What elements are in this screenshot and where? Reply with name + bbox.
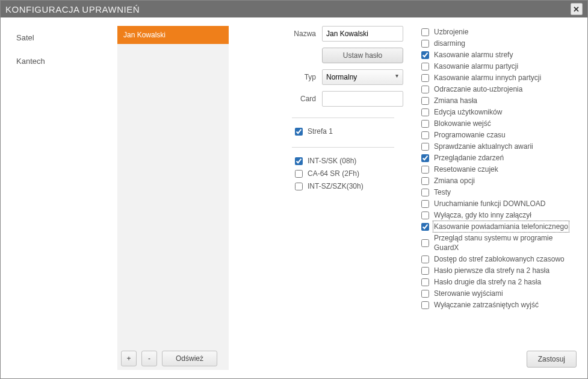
permission-checkbox[interactable] [421, 97, 429, 105]
permission-checkbox[interactable] [421, 28, 429, 36]
permission-row: Kasowanie alarmu strefy [421, 50, 579, 60]
permission-checkbox[interactable] [421, 131, 429, 139]
permission-checkbox[interactable] [421, 278, 429, 286]
permission-label: Zmiana opcji [434, 176, 475, 186]
permission-row: Sprawdzanie aktualnych awarii [421, 142, 579, 151]
permission-label: Wyłącza, gdy kto inny załączył [434, 210, 531, 220]
permission-row: Uzbrojenie [421, 27, 579, 37]
name-input[interactable] [322, 26, 403, 42]
permission-label: disarming [434, 39, 465, 48]
name-label: Nazwa [294, 30, 316, 38]
permission-row: Dostęp do stref zablokowanych czasowo [421, 254, 579, 264]
permission-row: Uruchamianie funkcji DOWNLOAD [421, 199, 579, 208]
refresh-button[interactable]: Odśwież [162, 351, 217, 366]
permission-row: Programowanie czasu [421, 130, 579, 140]
permission-label: Przegląd stanu systemu w programie Guard… [434, 233, 579, 252]
permission-row: Zmiana opcji [421, 176, 579, 186]
permission-label: Odraczanie auto-uzbrojenia [434, 84, 522, 94]
device-checkbox[interactable] [295, 170, 303, 178]
permission-checkbox[interactable] [421, 74, 429, 82]
device-row: INT-SZ/SZK(30h) [295, 181, 403, 191]
permission-row: Odraczanie auto-uzbrojenia [421, 84, 579, 94]
device-checkbox[interactable] [295, 183, 303, 190]
permission-checkbox[interactable] [421, 189, 429, 196]
permission-checkbox[interactable] [421, 143, 429, 151]
provider-item[interactable]: Satel [9, 26, 117, 49]
permission-checkbox[interactable] [421, 166, 429, 174]
permission-checkbox[interactable] [421, 239, 429, 247]
permission-checkbox[interactable] [421, 267, 429, 275]
zone-checkbox[interactable] [295, 128, 303, 136]
permission-checkbox[interactable] [421, 255, 429, 263]
permission-row: Przegląd stanu systemu w programie Guard… [421, 233, 579, 252]
permission-row: Zmiana hasła [421, 96, 579, 105]
permissions-config-window: KONFIGURACJA UPRAWNIEŃ ✕ SatelKantech Ja… [0, 0, 588, 379]
permissions-list: UzbrojeniedisarmingKasowanie alarmu stre… [421, 26, 579, 348]
permission-row: Sterowanie wyjściami [421, 289, 579, 298]
apply-button[interactable]: Zastosuj [527, 351, 577, 368]
permission-label: Sprawdzanie aktualnych awarii [434, 142, 533, 151]
zone-label: Strefa 1 [308, 127, 333, 136]
permission-checkbox[interactable] [421, 120, 429, 128]
permission-label: Wyłączanie zatrzaśniętych wyjść [434, 300, 539, 310]
device-label: CA-64 SR (2Fh) [308, 169, 359, 178]
permission-row: Wyłącza, gdy kto inny załączył [421, 210, 579, 220]
permission-row: Wyłączanie zatrzaśniętych wyjść [421, 300, 579, 310]
permission-checkbox[interactable] [421, 211, 429, 219]
add-user-button[interactable]: + [121, 351, 137, 366]
permission-checkbox[interactable] [421, 63, 429, 70]
permission-label: Testy [434, 187, 451, 197]
users-toolbar: + - Odśwież [117, 347, 229, 370]
close-icon: ✕ [573, 5, 580, 14]
permission-checkbox[interactable] [421, 290, 429, 298]
type-label: Typ [305, 73, 316, 81]
device-row: CA-64 SR (2Fh) [295, 169, 403, 178]
user-form: Nazwa Ustaw hasło Typ Normalny [253, 26, 403, 348]
content-area: Nazwa Ustaw hasło Typ Normalny [229, 26, 579, 370]
permission-row: Edycja użytkowników [421, 107, 579, 117]
permission-checkbox[interactable] [421, 177, 429, 185]
permission-row: Blokowanie wejść [421, 119, 579, 128]
permission-row: Kasowanie alarmu innych partycji [421, 73, 579, 83]
permission-checkbox[interactable] [421, 200, 429, 208]
close-button[interactable]: ✕ [571, 3, 583, 15]
provider-item[interactable]: Kantech [9, 49, 117, 73]
permission-row: Kasowanie powiadamiania telefonicznego [421, 222, 579, 231]
permission-row: Przeglądanie zdarzeń [421, 153, 579, 163]
users-column: Jan Kowalski + - Odśwież [117, 26, 229, 370]
permission-checkbox[interactable] [421, 301, 429, 309]
permission-label: Kasowanie alarmu strefy [434, 50, 513, 60]
permission-label: Programowanie czasu [434, 130, 506, 140]
permission-checkbox[interactable] [421, 108, 429, 116]
permission-label: Resetowanie czujek [434, 164, 498, 174]
zone-row: Strefa 1 [295, 127, 403, 136]
user-item[interactable]: Jan Kowalski [117, 26, 229, 44]
permission-label: Kasowanie alarmu partycji [434, 61, 518, 71]
card-input[interactable] [322, 91, 403, 107]
device-label: INT-S/SK (08h) [308, 156, 356, 166]
window-title: KONFIGURACJA UPRAWNIEŃ [5, 4, 140, 14]
permission-row: Kasowanie alarmu partycji [421, 61, 579, 71]
titlebar: KONFIGURACJA UPRAWNIEŃ ✕ [1, 1, 587, 17]
permission-label: Kasowanie powiadamiania telefonicznego [434, 222, 568, 231]
device-label: INT-SZ/SZK(30h) [308, 181, 364, 191]
permission-label: Blokowanie wejść [434, 119, 491, 128]
device-checkbox[interactable] [295, 157, 303, 165]
remove-user-button[interactable]: - [141, 351, 157, 366]
permission-label: Sterowanie wyjściami [434, 289, 503, 298]
permission-row: Hasło pierwsze dla strefy na 2 hasła [421, 266, 579, 275]
permission-checkbox[interactable] [421, 40, 429, 48]
type-select[interactable]: Normalny [322, 69, 403, 85]
permission-label: Hasło drugie dla strefy na 2 hasła [434, 277, 541, 287]
dialog-body: SatelKantech Jan Kowalski + - Odśwież Na… [1, 17, 587, 378]
permission-checkbox[interactable] [421, 51, 429, 59]
permission-label: Dostęp do stref zablokowanych czasowo [434, 254, 565, 264]
permission-checkbox[interactable] [421, 154, 429, 162]
divider [292, 117, 394, 118]
device-row: INT-S/SK (08h) [295, 156, 403, 166]
card-label: Card [300, 95, 316, 103]
users-list: Jan Kowalski [117, 26, 229, 347]
permission-checkbox[interactable] [421, 223, 429, 231]
permission-checkbox[interactable] [421, 86, 429, 93]
set-password-button[interactable]: Ustaw hasło [322, 48, 403, 63]
